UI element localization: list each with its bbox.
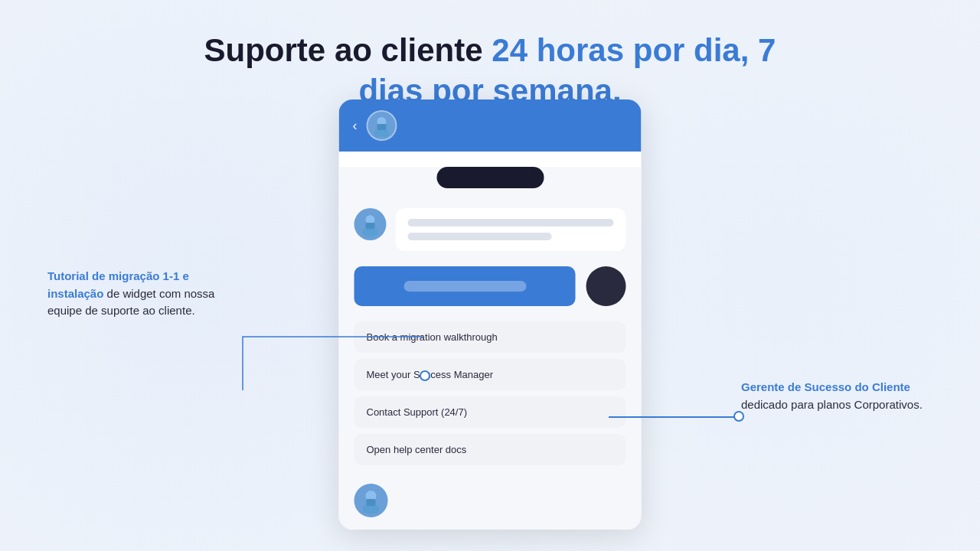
message-bubble [396, 208, 626, 251]
option-help-docs[interactable]: Open help center docs [354, 434, 626, 465]
dark-circle-icon [586, 266, 626, 306]
phone-header: ‹ [339, 99, 642, 152]
callout-right-rest: dedicado para planos Corporativos. [741, 398, 923, 411]
message-line-2 [408, 233, 552, 240]
connector-left-line [243, 337, 423, 390]
headline-black: Suporte ao cliente [204, 32, 492, 68]
headline-blue-part2: 24 horas por dia, 7 [492, 32, 776, 68]
callout-left: Tutorial de migração 1-1 e instalação de… [47, 268, 247, 320]
callout-right: Gerente de Sucesso do Cliente dedicado p… [741, 379, 925, 413]
blue-button-row [339, 259, 642, 314]
callout-right-text: Gerente de Sucesso do Cliente dedicado p… [741, 379, 925, 413]
agent-avatar [354, 208, 387, 240]
message-line-1 [408, 219, 614, 227]
bottom-avatar [354, 484, 388, 517]
svg-rect-5 [366, 223, 375, 229]
option-contact-support[interactable]: Contact Support (24/7) [354, 396, 626, 428]
svg-rect-8 [367, 499, 376, 506]
phone-mockup: ‹ [339, 99, 642, 530]
timestamp-pill [436, 167, 544, 188]
blue-btn-inner [403, 281, 526, 292]
connector-dot-right [733, 411, 744, 422]
chat-area [339, 201, 642, 259]
svg-rect-2 [377, 124, 387, 130]
callout-left-text: Tutorial de migração 1-1 e instalação de… [47, 268, 247, 320]
connector-right-line [609, 416, 743, 418]
connector-dot-left [420, 370, 430, 381]
page-wrapper: Suporte ao cliente 24 horas por dia, 7 d… [0, 0, 980, 551]
bottom-avatar-row [339, 481, 642, 530]
callout-right-highlight: Gerente de Sucesso do Cliente [741, 380, 910, 393]
blue-action-button[interactable] [354, 266, 576, 306]
back-arrow-icon[interactable]: ‹ [353, 118, 358, 134]
avatar [367, 110, 397, 141]
